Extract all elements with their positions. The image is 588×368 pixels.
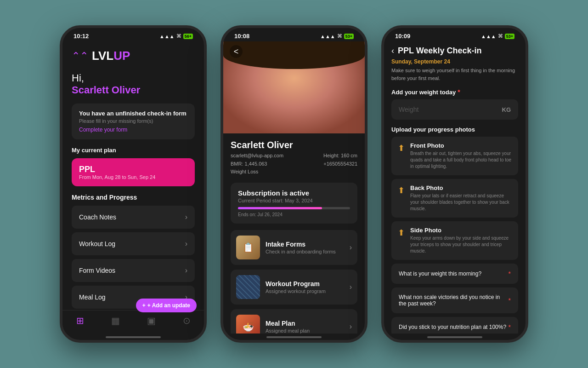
intake-info: Intake Forms Check in and onboarding for… <box>266 241 344 254</box>
time-2: 10:08 <box>234 33 249 40</box>
form-videos-item[interactable]: Form Videos › <box>72 259 195 282</box>
profile-face-bg <box>223 41 365 133</box>
alert-subtitle: Please fill in your missing form(s) <box>79 118 187 124</box>
profile-height: Height: 160 cm <box>323 153 357 158</box>
phone-1: 10:12 ▲▲▲ ⌘ 56+ ⌃⌃ LVLUP Hi, Scarlett Ol… <box>60 25 207 343</box>
question-3-card[interactable]: Did you stick to your nutrition plan at … <box>391 317 518 334</box>
back-photo-card[interactable]: ⬆ Back Photo Flare your lats or if easie… <box>391 179 518 218</box>
intake-title: Intake Forms <box>266 241 344 248</box>
checkin-title: PPL Weekly Check-in <box>398 46 481 56</box>
sub-progress-bar <box>238 207 350 209</box>
phone1-main: ⌃⌃ LVLUP Hi, Scarlett Oliver You have an… <box>62 41 204 340</box>
chevron-icon-2: › <box>185 240 187 248</box>
required-dot-q2: * <box>509 297 511 304</box>
battery-2: 53+ <box>344 34 354 39</box>
weight-input-row[interactable]: Weight KG <box>391 99 518 120</box>
chevron-workout: › <box>350 283 352 291</box>
profile-email: scarlett@lvlup-app.com <box>231 153 283 158</box>
workout-subtitle: Assigned workout program <box>266 288 344 294</box>
side-photo-desc: Keep your arms down by your side and squ… <box>410 235 512 254</box>
question-1: What is your weight this morning? <box>399 270 509 277</box>
question-2: What non scale victories did you notice … <box>399 294 509 307</box>
home-indicator-2 <box>266 336 322 338</box>
signal-icon: ▲▲▲ <box>159 34 175 39</box>
phone-2: 10:08 ▲▲▲ ⌘ 53+ < Scarlett Oliver scarle… <box>220 25 368 343</box>
alert-card: You have an unfinished check-in form Ple… <box>72 104 195 139</box>
question-3: Did you stick to your nutrition plan at … <box>399 324 509 330</box>
hair-top <box>223 41 365 69</box>
metrics-label: Metrics and Progress <box>72 194 195 201</box>
nav-calendar-icon[interactable]: ▦ <box>111 315 120 326</box>
coach-notes-item[interactable]: Coach Notes › <box>72 206 195 229</box>
sub-progress-fill <box>238 207 322 209</box>
question-2-card[interactable]: What non scale victories did you notice … <box>391 288 518 313</box>
back-header: ‹ PPL Weekly Check-in <box>391 41 518 58</box>
back-photo-title: Back Photo <box>410 184 512 191</box>
nav-chat-icon[interactable]: ▣ <box>147 315 156 326</box>
time-1: 10:12 <box>74 33 89 40</box>
question-1-card[interactable]: What is your weight this morning? * <box>391 264 518 284</box>
profile-goal: Weight Loss <box>231 169 258 174</box>
intake-forms-item[interactable]: 📋 Intake Forms Check in and onboarding f… <box>231 230 357 265</box>
logo-lvl: LVL <box>92 49 113 63</box>
profile-bmr: BMR: 1,445.063 <box>231 161 267 167</box>
complete-form-link[interactable]: Complete your form <box>79 126 187 133</box>
greeting-name: Scarlett Oliver <box>72 84 195 96</box>
logo-up: UP <box>113 49 130 63</box>
photos-label: Upload your progress photos <box>391 126 518 133</box>
status-icons-1: ▲▲▲ ⌘ 56+ <box>159 33 193 39</box>
side-photo-title: Side Photo <box>410 227 512 234</box>
add-update-button[interactable]: + + Add an update <box>136 299 197 312</box>
workout-program-item[interactable]: Workout Program Assigned workout program… <box>231 270 357 305</box>
status-icons-2: ▲▲▲ ⌘ 53+ <box>320 33 354 39</box>
signal-icon-2: ▲▲▲ <box>320 34 335 39</box>
plan-dates: From Mon, Aug 28 to Sun, Sep 24 <box>79 174 187 180</box>
back-arrow-2: < <box>234 47 239 57</box>
battery-3: 53+ <box>505 34 514 39</box>
phone2-list[interactable]: 📋 Intake Forms Check in and onboarding f… <box>223 228 365 334</box>
upload-icon-back: ⬆ <box>398 185 405 196</box>
required-dot-weight: * <box>458 88 460 96</box>
weight-section-heading: Add your weight today * <box>391 88 518 96</box>
front-photo-info: Front Photo Breath the air out, tighten … <box>410 142 512 170</box>
upload-icon-front: ⬆ <box>398 143 405 153</box>
meal-icon: 🍜 <box>236 315 260 334</box>
weight-label: Add your weight today <box>391 89 456 96</box>
sub-period: Current Period start: May 3, 2024 <box>238 198 350 203</box>
intake-thumb: 📋 <box>236 236 260 259</box>
nav-grid-icon[interactable]: ⊞ <box>76 315 84 326</box>
back-button-2[interactable]: < <box>230 45 243 58</box>
status-bar-1: 10:12 ▲▲▲ ⌘ 56+ <box>62 28 204 41</box>
upload-icon-side: ⬆ <box>398 228 405 238</box>
workout-thumb <box>236 275 260 299</box>
side-photo-card[interactable]: ⬆ Side Photo Keep your arms down by your… <box>391 221 518 260</box>
checkin-date: Sunday, September 24 <box>391 58 518 65</box>
meal-info: Meal Plan Assigned meal plan <box>266 320 344 334</box>
plan-card[interactable]: PPL From Mon, Aug 28 to Sun, Sep 24 <box>72 158 195 186</box>
front-photo-card[interactable]: ⬆ Front Photo Breath the air out, tighte… <box>391 137 518 175</box>
back-arrow-3[interactable]: ‹ <box>391 46 394 56</box>
intake-icon: 📋 <box>236 236 260 259</box>
meal-plan-item[interactable]: 🍜 Meal Plan Assigned meal plan › <box>231 309 357 334</box>
sub-active-label: Subscription is active <box>238 189 350 197</box>
meal-subtitle: Assigned meal plan <box>266 328 344 334</box>
required-dot-q1: * <box>509 270 511 277</box>
subscription-card: Subscription is active Current Period st… <box>231 183 357 224</box>
profile-hero: < <box>223 41 365 133</box>
phone3-scroll[interactable]: ‹ PPL Weekly Check-in Sunday, September … <box>384 41 526 334</box>
checkin-subtitle: Make sure to weigh yourself in first thi… <box>391 67 518 82</box>
intake-subtitle: Check in and onboarding forms <box>266 249 344 254</box>
home-indicator-3 <box>427 336 482 338</box>
workout-log-item[interactable]: Workout Log › <box>72 232 195 255</box>
greeting-hi: Hi, <box>72 72 195 84</box>
profile-name: Scarlett Oliver <box>231 140 357 150</box>
coach-notes-label: Coach Notes <box>79 213 116 221</box>
logo-chevron-icon: ⌃⌃ <box>72 50 88 62</box>
phone1-scroll[interactable]: ⌃⌃ LVLUP Hi, Scarlett Oliver You have an… <box>62 41 204 310</box>
bottom-nav-1: ⊞ ▦ ▣ ⊙ + + Add an update <box>62 310 204 334</box>
current-plan-label: My current plan <box>72 147 195 154</box>
add-update-label: + Add an update <box>147 302 190 309</box>
nav-user-icon[interactable]: ⊙ <box>183 315 191 326</box>
logo-text: LVLUP <box>92 49 130 63</box>
chevron-icon-3: › <box>185 266 187 275</box>
